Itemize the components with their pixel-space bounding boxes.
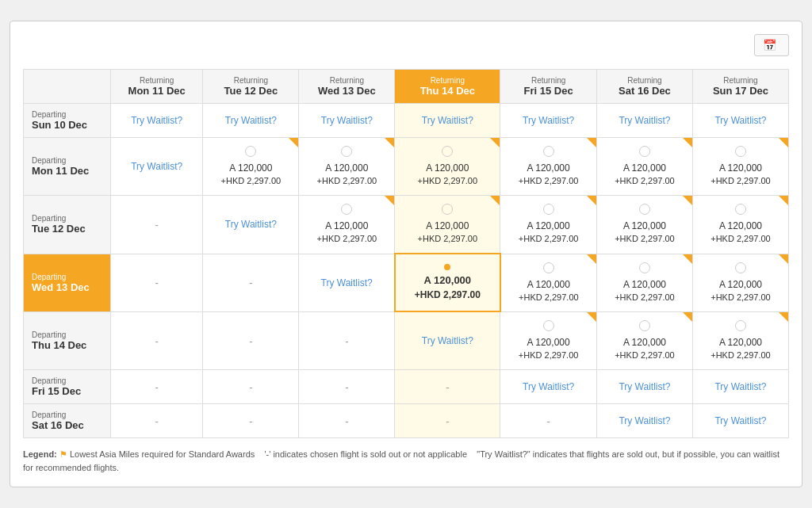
cell-row6-col2: - — [203, 370, 299, 404]
flag-corner — [683, 196, 692, 205]
cell-row3-col2[interactable]: Try Waitlist? — [203, 196, 299, 254]
cell-row3-col1: - — [111, 196, 203, 254]
cell-row6-col7[interactable]: Try Waitlist? — [692, 370, 788, 404]
cell-row5-col6: A 120,000+HKD 2,297.00 — [596, 311, 692, 369]
change-dates-button[interactable]: 📅 — [754, 34, 789, 56]
cell-row2-col1[interactable]: Try Waitlist? — [111, 137, 203, 195]
legend-text1: Lowest Asia Miles required for Standard … — [23, 449, 779, 472]
cell-row6-col3: - — [299, 370, 395, 404]
flag-corner — [779, 138, 788, 147]
row-header-row5: DepartingThu 14 Dec — [24, 311, 111, 369]
table-row: DepartingMon 11 DecTry Waitlist?A 120,00… — [24, 137, 789, 195]
table-row: DepartingSat 16 Dec-----Try Waitlist?Try… — [24, 404, 789, 438]
cell-row6-col5[interactable]: Try Waitlist? — [500, 370, 597, 404]
page-header: 📅 — [23, 34, 789, 56]
cell-row1-col1[interactable]: Try Waitlist? — [111, 103, 203, 137]
price-block: A 120,000+HKD 2,297.00 — [399, 162, 496, 187]
circle-icon — [735, 320, 746, 331]
flag-corner — [385, 196, 394, 205]
cell-row4-col7: A 120,000+HKD 2,297.00 — [692, 254, 788, 311]
cell-row7-col2: - — [203, 404, 299, 438]
price-block: A 120,000+HKD 2,297.00 — [601, 278, 688, 304]
cell-row2-col7: A 120,000+HKD 2,297.00 — [692, 137, 788, 195]
circle-icon — [341, 204, 352, 215]
cell-row7-col4: - — [395, 404, 500, 438]
cell-row1-col4[interactable]: Try Waitlist? — [395, 103, 500, 137]
cell-row6-col6[interactable]: Try Waitlist? — [596, 370, 692, 404]
circle-icon — [639, 204, 650, 215]
price-block: A 120,000+HKD 2,297.00 — [207, 162, 294, 187]
cell-row5-col7: A 120,000+HKD 2,297.00 — [692, 311, 788, 369]
col-mon11: Returning Mon 11 Dec — [111, 69, 203, 103]
cell-row2-col4: A 120,000+HKD 2,297.00 — [395, 137, 500, 195]
cell-row3-col6: A 120,000+HKD 2,297.00 — [596, 196, 692, 254]
price-block: A 120,000+HKD 2,297.00 — [697, 162, 784, 187]
row-header-row1: DepartingSun 10 Dec — [24, 103, 111, 137]
circle-icon — [543, 204, 554, 215]
cell-row7-col7[interactable]: Try Waitlist? — [692, 404, 788, 438]
flag-corner — [289, 138, 298, 147]
row-header-row6: DepartingFri 15 Dec — [24, 370, 111, 404]
row-header-row3: DepartingTue 12 Dec — [24, 196, 111, 254]
circle-icon — [735, 204, 746, 215]
circle-icon — [442, 204, 453, 215]
table-row: DepartingTue 12 Dec-Try Waitlist?A 120,0… — [24, 196, 789, 254]
cell-row1-col5[interactable]: Try Waitlist? — [500, 103, 597, 137]
cell-row2-col6: A 120,000+HKD 2,297.00 — [596, 137, 692, 195]
cell-row5-col4[interactable]: Try Waitlist? — [395, 311, 500, 369]
price-block: A 120,000+HKD 2,297.00 — [505, 278, 592, 304]
cell-row4-col3[interactable]: Try Waitlist? — [299, 254, 395, 311]
flag-corner — [490, 196, 500, 205]
legend-section: Legend: ⚑ Lowest Asia Miles required for… — [23, 448, 789, 474]
flag-icon: ⚑ — [59, 449, 67, 459]
cell-row7-col6[interactable]: Try Waitlist? — [596, 404, 692, 438]
cell-row7-col1: - — [111, 404, 203, 438]
cell-row2-col5: A 120,000+HKD 2,297.00 — [500, 137, 597, 195]
calendar-icon: 📅 — [763, 39, 776, 52]
flag-corner — [587, 254, 596, 264]
flag-corner — [490, 138, 500, 147]
circle-icon — [543, 262, 554, 273]
price-block: A 120,000+HKD 2,297.00 — [303, 220, 390, 245]
circle-icon — [543, 320, 554, 331]
legend-label: Legend: — [23, 449, 57, 459]
cell-row2-col2: A 120,000+HKD 2,297.00 — [203, 137, 299, 195]
circle-icon — [735, 262, 746, 273]
flag-corner — [385, 138, 394, 147]
col-sat16: Returning Sat 16 Dec — [596, 69, 692, 103]
cell-row2-col3: A 120,000+HKD 2,297.00 — [299, 137, 395, 195]
price-block: A 120,000+HKD 2,297.00 — [697, 278, 784, 304]
cell-row4-col2: - — [203, 254, 299, 311]
table-row: DepartingWed 13 Dec--Try Waitlist?A 120,… — [24, 254, 789, 311]
price-block: A 120,000+HKD 2,297.00 — [601, 336, 688, 361]
selected-dot — [444, 264, 450, 270]
cell-row1-col7[interactable]: Try Waitlist? — [692, 103, 788, 137]
price-block: A 120,000+HKD 2,297.00 — [601, 162, 688, 187]
cell-row5-col2: - — [203, 311, 299, 369]
main-container: 📅 Returning Mon 11 Dec Returning Tue 12 … — [10, 21, 802, 487]
flag-corner — [779, 196, 788, 205]
selected-price-block: A 120,000+HKD 2,297.00 — [400, 273, 496, 301]
flag-corner — [683, 138, 692, 147]
table-row: DepartingSun 10 DecTry Waitlist?Try Wait… — [24, 103, 789, 137]
price-block: A 120,000+HKD 2,297.00 — [504, 162, 592, 187]
cell-row3-col3: A 120,000+HKD 2,297.00 — [299, 196, 395, 254]
circle-icon — [639, 262, 650, 273]
col-wed13: Returning Wed 13 Dec — [299, 69, 395, 103]
flag-corner — [779, 312, 788, 322]
cell-row6-col4: - — [395, 370, 500, 404]
cell-row4-col6: A 120,000+HKD 2,297.00 — [596, 254, 692, 311]
circle-icon — [639, 320, 650, 331]
cell-row3-col7: A 120,000+HKD 2,297.00 — [692, 196, 788, 254]
table-row: DepartingThu 14 Dec---Try Waitlist?A 120… — [24, 311, 789, 369]
cell-row1-col2[interactable]: Try Waitlist? — [203, 103, 299, 137]
circle-icon — [442, 146, 453, 157]
row-header-row7: DepartingSat 16 Dec — [24, 404, 111, 438]
cell-row1-col3[interactable]: Try Waitlist? — [299, 103, 395, 137]
col-thu14: Returning Thu 14 Dec — [395, 69, 500, 103]
circle-icon — [245, 146, 256, 157]
table-row: DepartingFri 15 Dec----Try Waitlist?Try … — [24, 370, 789, 404]
flag-corner — [683, 254, 692, 264]
cell-row4-col1: - — [111, 254, 203, 311]
cell-row1-col6[interactable]: Try Waitlist? — [596, 103, 692, 137]
